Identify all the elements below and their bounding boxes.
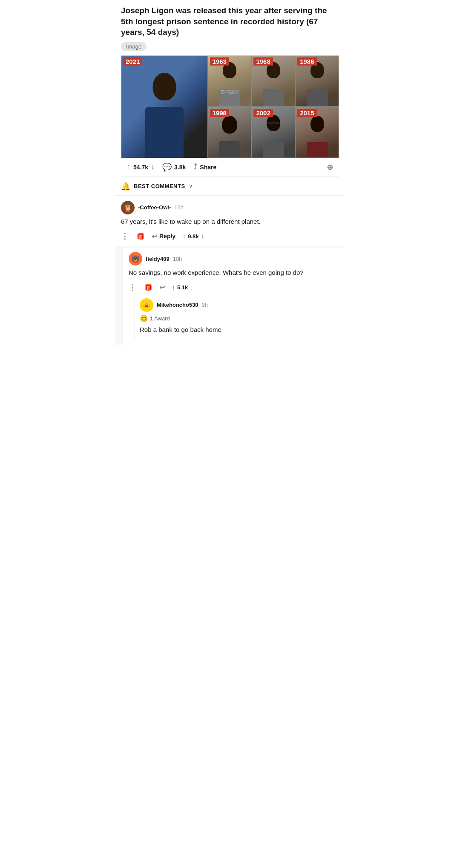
more-options-button-coffee-owl[interactable]: ⋮ (121, 231, 129, 241)
award-emoji-icon: 😊 (140, 314, 148, 323)
chevron-down-icon[interactable]: ∨ (189, 183, 193, 189)
post-container: Joseph Ligon was released this year afte… (115, 0, 345, 177)
comment-actions-coffee-owl: ⋮ 🎁 ↩ Reply ↑ 9.8k ↓ (121, 230, 339, 243)
photo-2021: 2021 (121, 56, 207, 158)
best-comments-label: BEST COMMENTS (134, 183, 185, 189)
comments-count: 3.8k (174, 164, 186, 171)
photo-grid: 2021 1963 STATE CORRECTIONALINSTITUTION … (121, 56, 339, 158)
username-fieldy409: fieldy409 (146, 256, 170, 262)
award-icon: 🎁 (136, 232, 145, 240)
share-label: Share (200, 164, 216, 171)
comment-coffee-owl: 🦉 -Coffee-Owl- 15h 67 years, it's like t… (115, 196, 345, 246)
action-bar: ↑ 54.7k ↓ 💬 3.8k ⤴ Share ⊕ (121, 158, 339, 177)
year-2002: 2002 (253, 109, 273, 117)
add-icon: ⊕ (327, 163, 333, 172)
more-options-button-fieldy409[interactable]: ⋮ (129, 283, 137, 292)
award-count-label: 1 Award (150, 315, 170, 322)
downvote-button[interactable]: ↓ (151, 163, 155, 171)
comment-header-coffee-owl: 🦉 -Coffee-Owl- 15h (121, 201, 339, 214)
comments-section: 🔔 BEST COMMENTS ∨ 🦉 -Coffee-Owl- 15h 67 … (115, 177, 345, 345)
upvote-arrow-icon: ↑ (182, 232, 186, 240)
vote-group: ↑ 54.7k ↓ (127, 163, 155, 171)
upvote-button-coffee-owl[interactable]: ↑ 9.8k ↓ (182, 232, 204, 240)
best-comments-header: 🔔 BEST COMMENTS ∨ (115, 177, 345, 196)
body-mikehoncho: Rob a bank to go back home (140, 325, 339, 335)
photo-1986: 1986 (296, 56, 339, 106)
time-coffee-owl: 15h (174, 204, 184, 211)
comments-button[interactable]: 💬 3.8k (162, 163, 186, 172)
vote-count: 54.7k (133, 164, 148, 171)
share-icon: ⤴ (193, 163, 197, 171)
avatar-coffee-owl: 🦉 (121, 201, 135, 214)
photo-1963: 1963 STATE CORRECTIONALINSTITUTION AT PG… (208, 56, 251, 106)
image-tag[interactable]: Image (121, 42, 147, 51)
upvote-arrow-icon-fieldy: ↑ (172, 284, 175, 291)
time-mikehoncho: 9h (202, 302, 208, 308)
comment-fieldy409: 🐻 fieldy409 10h No savings, no work expe… (122, 248, 345, 345)
comment-mikehoncho530: 😺 Mikehoncho530 9h 😊 1 Award Rob a bank … (134, 294, 339, 342)
award-button-fieldy409[interactable]: 🎁 (144, 283, 152, 291)
reply-button-fieldy409[interactable]: ↩ (159, 283, 165, 291)
award-badge-mike: 😊 1 Award (140, 314, 339, 323)
add-button[interactable]: ⊕ (327, 163, 333, 172)
time-fieldy409: 10h (173, 256, 182, 262)
downvote-arrow-icon-fieldy: ↓ (190, 284, 193, 291)
comment-header-mike: 😺 Mikehoncho530 9h (140, 298, 339, 312)
comments-icon: 💬 (162, 163, 172, 172)
username-mikehoncho: Mikehoncho530 (157, 302, 198, 308)
body-coffee-owl: 67 years, it's like to wake up on a diff… (121, 217, 339, 227)
comment-header-fieldy409: 🐻 fieldy409 10h (129, 252, 339, 266)
upvote-button[interactable]: ↑ (127, 163, 131, 171)
year-1963: 1963 (210, 57, 229, 66)
photo-1968: 1968 (252, 56, 295, 106)
reply-arrow-icon-fieldy: ↩ (159, 283, 165, 291)
username-coffee-owl: -Coffee-Owl- (138, 204, 171, 211)
photo-2015: 2015 (296, 107, 339, 158)
avatar-mikehoncho: 😺 (140, 298, 153, 312)
year-1998: 1998 (210, 109, 229, 117)
year-1968: 1968 (253, 57, 273, 66)
comment-actions-fieldy409: ⋮ 🎁 ↩ ↑ 5.1k ↓ (129, 281, 339, 294)
upvote-button-fieldy409[interactable]: ↑ 5.1k ↓ (172, 284, 193, 291)
vote-count-coffee-owl: 9.8k (188, 233, 198, 240)
post-title: Joseph Ligon was released this year afte… (121, 5, 339, 38)
avatar-fieldy409: 🐻 (129, 252, 142, 266)
bell-icon: 🔔 (121, 182, 130, 191)
image-grid: 2021 1963 STATE CORRECTIONALINSTITUTION … (121, 55, 339, 158)
award-button-coffee-owl[interactable]: 🎁 (136, 232, 145, 240)
vote-count-fieldy409: 5.1k (177, 284, 188, 291)
photo-2002: 2002 (252, 107, 295, 158)
reply-arrow-icon: ↩ (152, 232, 157, 240)
award-icon-fieldy: 🎁 (144, 283, 152, 291)
year-2015: 2015 (297, 109, 316, 117)
year-2021: 2021 (123, 57, 142, 66)
share-button[interactable]: ⤴ Share (193, 163, 216, 171)
year-1986: 1986 (297, 57, 316, 66)
photo-1998: 1998 (208, 107, 251, 158)
reply-button-coffee-owl[interactable]: ↩ Reply (152, 232, 175, 240)
downvote-arrow-icon: ↓ (201, 232, 204, 240)
body-fieldy409: No savings, no work experience. What's h… (129, 268, 339, 278)
